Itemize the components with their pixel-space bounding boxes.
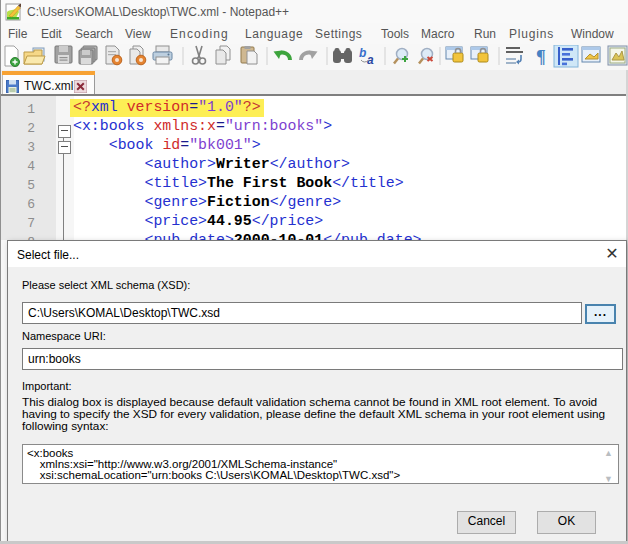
- svg-text:¶: ¶: [536, 47, 546, 67]
- svg-text:a: a: [367, 53, 374, 67]
- svg-text:b: b: [359, 46, 366, 60]
